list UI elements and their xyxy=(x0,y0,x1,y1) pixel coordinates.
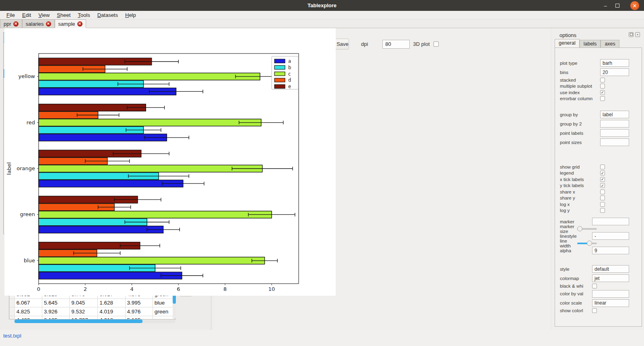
legend-checkbox[interactable]: ✓ xyxy=(600,171,605,175)
cell[interactable]: 4.825 xyxy=(14,307,42,316)
cell[interactable] xyxy=(10,307,15,316)
option-row: show grid xyxy=(560,164,642,170)
share-y-checkbox[interactable] xyxy=(600,196,605,200)
colormap-input[interactable]: jet xyxy=(592,274,629,282)
sheet-tab-salaries[interactable]: salaries✕ xyxy=(22,19,55,28)
alpha-input[interactable]: 9 xyxy=(592,247,629,254)
log-y-checkbox[interactable] xyxy=(600,208,605,213)
show-grid-checkbox[interactable] xyxy=(600,165,605,169)
cell[interactable]: 9.532 xyxy=(70,307,98,316)
table-row[interactable]: 4.8253.9269.5324.0194.976green xyxy=(10,307,175,316)
tab-close-icon[interactable]: ✕ xyxy=(13,21,19,27)
y-tick-labels-checkbox[interactable]: ✓ xyxy=(600,183,605,188)
cell[interactable]: 4.423 xyxy=(14,316,42,319)
menu-help[interactable]: Help xyxy=(122,12,139,19)
option-row: line width xyxy=(560,241,597,246)
options-tab-labels[interactable]: labels xyxy=(580,40,601,48)
group-by-input[interactable]: label xyxy=(600,111,629,118)
svg-text:0: 0 xyxy=(37,286,40,292)
color-by-val-input[interactable] xyxy=(592,290,629,298)
bins-input[interactable]: 20 xyxy=(600,68,629,76)
cell[interactable]: 3.125 xyxy=(42,316,70,319)
options-tab-general[interactable]: general xyxy=(555,39,580,48)
linestyle-input[interactable]: - xyxy=(592,232,629,240)
marker-size-slider[interactable] xyxy=(577,226,597,231)
options-tab-axes[interactable]: axes xyxy=(601,40,619,48)
sub-table-hscrollbar[interactable] xyxy=(14,319,175,323)
style-input[interactable]: default xyxy=(592,265,629,273)
sheet-tab-sample[interactable]: sample✕ xyxy=(55,19,86,28)
options-float-icon[interactable] xyxy=(629,32,634,37)
share-x-checkbox[interactable] xyxy=(600,189,605,194)
cell[interactable]: 9.045 xyxy=(70,299,98,307)
black-whi-checkbox[interactable] xyxy=(592,284,597,288)
dpi-input[interactable] xyxy=(382,40,410,49)
options-title: options xyxy=(559,32,576,38)
stacked-checkbox[interactable] xyxy=(600,78,605,82)
menu-edit[interactable]: Edit xyxy=(19,12,34,19)
errorbar-column-checkbox[interactable] xyxy=(600,96,605,101)
cell[interactable]: 4.019 xyxy=(98,307,125,316)
option-label: log x xyxy=(560,202,600,207)
tab-close-icon[interactable]: ✕ xyxy=(77,21,83,27)
svg-text:orange: orange xyxy=(17,165,35,171)
table-row[interactable]: 4.4233.12510.7074.0135.185green xyxy=(10,316,175,319)
svg-text:10: 10 xyxy=(268,286,275,292)
sheet-tab-label: salaries xyxy=(26,21,44,27)
maximize-button[interactable] xyxy=(613,2,621,10)
cell[interactable] xyxy=(10,299,15,307)
plot-canvas[interactable]: 0246810yellowredorangegreenbluelabelabcd… xyxy=(4,28,336,296)
option-row: plot typebarh xyxy=(560,58,642,68)
multiple-subplot-checkbox[interactable] xyxy=(600,84,605,89)
cell[interactable]: 3.995 xyxy=(125,299,153,307)
tab-close-icon[interactable]: ✕ xyxy=(46,21,51,27)
svg-text:yellow: yellow xyxy=(18,73,35,79)
cell[interactable]: blue xyxy=(153,299,175,307)
x-tick-labels-checkbox[interactable]: ✓ xyxy=(600,177,605,182)
menu-sheet[interactable]: Sheet xyxy=(54,12,74,19)
cell[interactable]: 5.185 xyxy=(125,316,153,319)
line-width-slider[interactable] xyxy=(577,241,597,246)
options-close-icon[interactable]: × xyxy=(635,32,640,37)
cell[interactable]: 5.645 xyxy=(42,299,70,307)
color-scale-input[interactable]: linear xyxy=(592,299,629,307)
minimize-button[interactable]: – xyxy=(601,2,609,10)
cell[interactable]: 6.067 xyxy=(14,299,42,307)
point-sizes-input[interactable] xyxy=(600,138,629,146)
cell[interactable]: green xyxy=(153,316,175,319)
sheet-tab-ppr[interactable]: ppr✕ xyxy=(0,19,22,28)
cell[interactable]: 10.707 xyxy=(70,316,98,319)
menu-file[interactable]: File xyxy=(3,12,18,19)
use-index-checkbox[interactable]: ✓ xyxy=(600,90,605,95)
plot-type-input[interactable]: barh xyxy=(600,59,629,67)
status-filename[interactable]: test.txpl xyxy=(3,333,21,339)
cell[interactable]: 3.926 xyxy=(42,307,70,316)
marker-input[interactable] xyxy=(592,218,629,225)
option-label: legend xyxy=(560,171,600,175)
group-by-2-input[interactable] xyxy=(600,120,629,128)
option-row: bins20 xyxy=(560,68,642,77)
option-label: alpha xyxy=(560,248,592,253)
menu-tools[interactable]: Tools xyxy=(74,12,93,19)
cell[interactable]: 4.976 xyxy=(125,307,153,316)
option-row: colormapjet xyxy=(560,274,642,283)
svg-text:blue: blue xyxy=(24,257,35,264)
menu-view[interactable]: View xyxy=(35,12,53,19)
cell[interactable]: 1.628 xyxy=(98,299,125,307)
close-button[interactable]: ✕ xyxy=(630,1,639,10)
svg-text:8: 8 xyxy=(223,286,227,292)
table-row[interactable]: 6.0675.6459.0451.6283.995blue xyxy=(10,299,175,307)
bar-c-green xyxy=(39,211,272,218)
cell[interactable] xyxy=(10,316,15,319)
cell[interactable]: 4.013 xyxy=(98,316,125,319)
option-row: stacked xyxy=(560,77,642,83)
show-colorl-checkbox[interactable] xyxy=(592,308,597,313)
menu-datasets[interactable]: Datasets xyxy=(94,12,121,19)
3d-plot-checkbox[interactable] xyxy=(433,41,439,47)
log-x-checkbox[interactable] xyxy=(600,202,605,207)
option-row: styledefault xyxy=(560,264,642,274)
cell[interactable]: green xyxy=(153,307,175,316)
option-row: color by val xyxy=(560,289,642,299)
point-labels-input[interactable] xyxy=(600,129,629,137)
bar-c-orange xyxy=(39,165,262,172)
